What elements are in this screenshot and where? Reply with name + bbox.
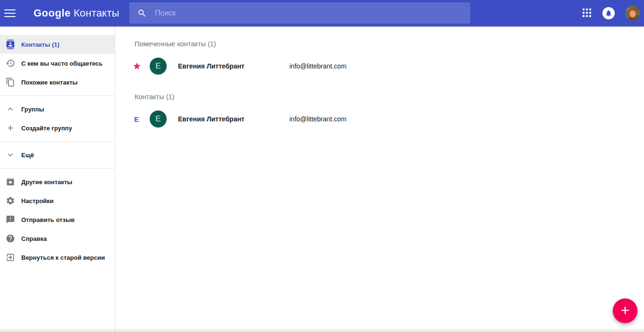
sidebar-item-settings[interactable]: Настройки (0, 191, 115, 210)
contacts-section-title: Контакты (1) (135, 93, 644, 101)
sidebar-divider (0, 141, 115, 142)
search-input[interactable] (155, 9, 448, 17)
feedback-icon (6, 215, 15, 224)
sidebar-divider (0, 168, 115, 169)
chevron-up-icon (6, 104, 15, 114)
sidebar-item-label: Отправить отзыв (21, 216, 75, 223)
app-logo: Google Контакты (34, 7, 119, 19)
google-logo-text: Google (34, 7, 71, 19)
sidebar-divider (0, 95, 115, 96)
history-icon (6, 59, 15, 68)
header-actions (583, 0, 640, 26)
add-contact-fab[interactable]: + (613, 298, 637, 323)
contact-name: Евгения Литтебрант (178, 62, 289, 70)
sidebar-item-label: Настройки (21, 197, 54, 204)
sidebar-item-label: Контакты (1) (21, 41, 59, 48)
notifications-bell-icon[interactable] (602, 7, 615, 19)
sidebar: Контакты (1) С кем вы часто общаетесь По… (0, 27, 115, 332)
archive-icon (6, 177, 15, 187)
sidebar-item-label: Похожие контакты (21, 79, 77, 86)
sidebar-item-label: Ещё (21, 152, 34, 159)
sidebar-item-switch-to-old-version[interactable]: Вернуться к старой версии (0, 248, 115, 267)
sidebar-item-label: Другие контакты (21, 179, 72, 186)
contact-avatar[interactable]: E (150, 111, 167, 128)
app-header: Google Контакты (0, 0, 644, 26)
sidebar-item-label: Справка (21, 235, 47, 242)
sidebar-item-other-contacts[interactable]: Другие контакты (0, 172, 115, 191)
product-logo-text: Контакты (74, 7, 119, 19)
help-icon (6, 234, 15, 243)
sidebar-item-label: Создайте группу (21, 125, 72, 132)
search-icon (137, 9, 147, 18)
contact-name: Евгения Литтебрант (178, 115, 289, 123)
search-bar[interactable] (129, 2, 470, 24)
sidebar-item-label: Группы (21, 106, 44, 113)
plus-icon (6, 123, 15, 133)
sidebar-item-label: С кем вы часто общаетесь (21, 60, 102, 67)
contact-email: info@littebrant.com (289, 62, 347, 70)
contact-row[interactable]: E Евгения Литтебрант info@littebrant.com (116, 52, 644, 80)
duplicates-icon (6, 77, 15, 87)
contacts-icon (6, 40, 15, 49)
star-icon[interactable] (133, 62, 141, 70)
chevron-down-icon (6, 150, 15, 160)
sidebar-item-more[interactable]: Ещё (0, 145, 115, 164)
hamburger-menu-icon[interactable] (4, 5, 20, 21)
contacts-list: Помеченные контакты (1) E Евгения Литтеб… (116, 27, 644, 332)
contact-email: info@littebrant.com (289, 115, 347, 123)
starred-section-title: Помеченные контакты (1) (135, 40, 644, 48)
account-avatar[interactable] (625, 6, 640, 21)
plus-icon: + (621, 303, 630, 318)
sidebar-item-contacts[interactable]: Контакты (1) (0, 35, 115, 54)
contact-avatar[interactable]: E (150, 58, 167, 75)
contact-row[interactable]: E E Евгения Литтебрант info@littebrant.c… (116, 105, 644, 133)
sidebar-item-frequently-contacted[interactable]: С кем вы часто общаетесь (0, 54, 115, 73)
exit-icon (6, 253, 15, 262)
sidebar-item-create-group[interactable]: Создайте группу (0, 119, 115, 137)
alphabet-index-letter: E (133, 115, 139, 123)
gear-icon (6, 196, 15, 205)
sidebar-item-label: Вернуться к старой версии (21, 254, 105, 261)
apps-grid-icon[interactable] (583, 9, 592, 18)
sidebar-item-send-feedback[interactable]: Отправить отзыв (0, 210, 115, 229)
sidebar-item-duplicates[interactable]: Похожие контакты (0, 73, 115, 92)
sidebar-item-groups[interactable]: Группы (0, 100, 115, 119)
sidebar-item-help[interactable]: Справка (0, 229, 115, 248)
